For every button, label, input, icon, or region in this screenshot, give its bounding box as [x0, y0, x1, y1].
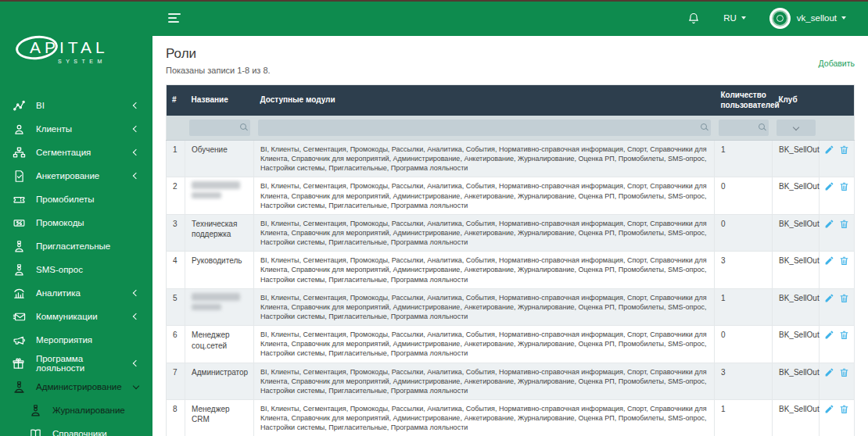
delete-trash-icon[interactable]: [839, 181, 849, 191]
sidebar-item-label: Справочники: [52, 429, 107, 436]
column-header-users-count: Количество пользователей: [715, 85, 773, 116]
role-modules: BI, Клиенты, Сегментация, Промокоды, Рас…: [254, 177, 715, 214]
row-actions: [823, 367, 851, 377]
language-label: RU: [723, 13, 737, 23]
chevron-down-icon: [792, 123, 798, 130]
sidebar-toggle-hamburger-icon[interactable]: [165, 10, 184, 26]
role-modules: BI, Клиенты, Сегментация, Промокоды, Рас…: [254, 141, 715, 177]
filter-cell-empty: [820, 116, 855, 141]
delete-trash-icon[interactable]: [839, 219, 849, 229]
notifications-bell-icon[interactable]: [687, 12, 700, 25]
topbar-right: RU vk_sellout: [687, 8, 846, 29]
edit-pencil-icon[interactable]: [824, 293, 834, 303]
sidebar-item-мероприятия[interactable]: Мероприятия: [0, 328, 152, 352]
redacted-role-name: [192, 181, 247, 198]
row-number: 4: [167, 252, 185, 288]
sidebar-item-журналирование[interactable]: Журналирование: [0, 398, 152, 422]
filter-row: [167, 116, 855, 141]
sidebar-item-анкетирование[interactable]: Анкетирование: [0, 164, 152, 188]
club-filter-select[interactable]: [777, 120, 816, 136]
sidebar-item-справочники[interactable]: Справочники: [0, 422, 152, 436]
page-title: Роли: [166, 46, 271, 62]
search-icon: [701, 123, 707, 130]
role-users-count: 3: [715, 363, 773, 399]
user-menu[interactable]: vk_sellout: [769, 8, 846, 29]
table-row: 6 Менеджер соц.сетей BI, Клиенты, Сегмен…: [167, 326, 855, 363]
column-header-modules: Доступные модули: [254, 85, 715, 116]
edit-pencil-icon[interactable]: [824, 181, 834, 191]
edit-pencil-icon[interactable]: [824, 330, 834, 340]
role-name: [185, 288, 254, 325]
chevron-down-icon: [741, 16, 746, 20]
delete-trash-icon[interactable]: [839, 367, 849, 377]
name-filter-box: [189, 120, 250, 136]
row-actions: [823, 145, 851, 155]
role-club: BK_SellOut: [773, 288, 820, 325]
column-header-name: Название: [185, 85, 254, 116]
sidebar-item-администрирование[interactable]: Администрирование: [0, 375, 152, 398]
envelope-icon: [12, 309, 26, 323]
capital-system-logo[interactable]: APITAL SYSTEM: [17, 34, 152, 80]
topbar: RU vk_sellout: [152, 0, 868, 36]
chevron-down-icon: [133, 382, 139, 388]
role-name: [185, 177, 254, 214]
sidebar: APITAL SYSTEM BIКлиентыСегментацияАнкети…: [0, 0, 152, 436]
role-users-count: 1: [715, 141, 773, 177]
role-users-count: 0: [715, 177, 773, 214]
row-number: 8: [167, 399, 185, 436]
sidebar-item-клиенты[interactable]: Клиенты: [0, 117, 152, 141]
chevron-left-icon: [133, 126, 139, 132]
megaphone-icon: [12, 333, 26, 347]
sidebar-item-label: Клиенты: [36, 124, 72, 134]
language-switcher[interactable]: RU: [723, 13, 746, 23]
avatar: [769, 8, 791, 29]
org-chart-icon: [12, 145, 26, 159]
scatter-chart-icon: [12, 98, 26, 113]
sidebar-item-промокоды[interactable]: Промокоды: [0, 211, 152, 234]
role-club: BK_SellOut: [773, 252, 820, 288]
table-row: 5 BI, Клиенты, Сегментация, Промокоды, Р…: [167, 288, 855, 325]
sidebar-item-bi[interactable]: BI: [0, 94, 152, 117]
sidebar-item-label: Анкетирование: [36, 171, 99, 180]
users-count-filter-box: [719, 120, 769, 136]
delete-trash-icon[interactable]: [839, 145, 849, 155]
role-club: BK_SellOut: [773, 177, 820, 214]
table-row: 4 Руководитель BI, Клиенты, Сегментация,…: [167, 252, 855, 288]
roles-table: # Название Доступные модули Количество п…: [166, 84, 855, 436]
sidebar-item-коммуникации[interactable]: Коммуникации: [0, 305, 152, 328]
sidebar-item-пригласительные[interactable]: Пригласительные: [0, 234, 152, 258]
table-row: 3 Техническая поддержка BI, Клиенты, Сег…: [167, 214, 855, 251]
delete-trash-icon[interactable]: [839, 256, 849, 266]
sidebar-item-сегментация[interactable]: Сегментация: [0, 141, 152, 164]
sidebar-item-программа-лояльности[interactable]: Программа лояльности: [0, 352, 152, 375]
delete-trash-icon[interactable]: [839, 330, 849, 340]
edit-pencil-icon[interactable]: [824, 367, 834, 377]
add-role-button[interactable]: Добавить: [819, 59, 855, 68]
edit-pencil-icon[interactable]: [824, 219, 834, 229]
username-label: vk_sellout: [797, 13, 837, 23]
sidebar-item-промобилеты[interactable]: Промобилеты: [0, 188, 152, 211]
edit-pencil-icon[interactable]: [824, 404, 834, 414]
role-modules: BI, Клиенты, Сегментация, Промокоды, Рас…: [254, 363, 715, 399]
role-club: BK_SellOut: [773, 141, 820, 177]
sidebar-item-аналитика[interactable]: Аналитика: [0, 281, 152, 305]
person-sms-icon: [12, 263, 26, 277]
edit-pencil-icon[interactable]: [824, 256, 834, 266]
sidebar-item-label: Коммуникации: [36, 312, 98, 321]
table-row: 7 Администратор BI, Клиенты, Сегментация…: [167, 363, 855, 399]
delete-trash-icon[interactable]: [839, 293, 849, 303]
person-badge-icon: [12, 239, 26, 253]
role-club: BK_SellOut: [773, 326, 820, 363]
sidebar-item-sms-опрос[interactable]: SMS-опрос: [0, 258, 152, 281]
table-row: 2 BI, Клиенты, Сегментация, Промокоды, Р…: [167, 177, 855, 214]
sidebar-item-label: Администрирование: [36, 382, 122, 391]
row-actions: [823, 181, 851, 191]
role-modules: BI, Клиенты, Сегментация, Промокоды, Рас…: [254, 288, 715, 325]
person-icon: [12, 122, 26, 136]
role-users-count: 3: [715, 252, 773, 288]
modules-filter-input[interactable]: [258, 120, 711, 136]
search-icon: [240, 123, 246, 130]
delete-trash-icon[interactable]: [839, 404, 849, 414]
edit-pencil-icon[interactable]: [824, 145, 834, 155]
row-number: 3: [167, 214, 185, 251]
